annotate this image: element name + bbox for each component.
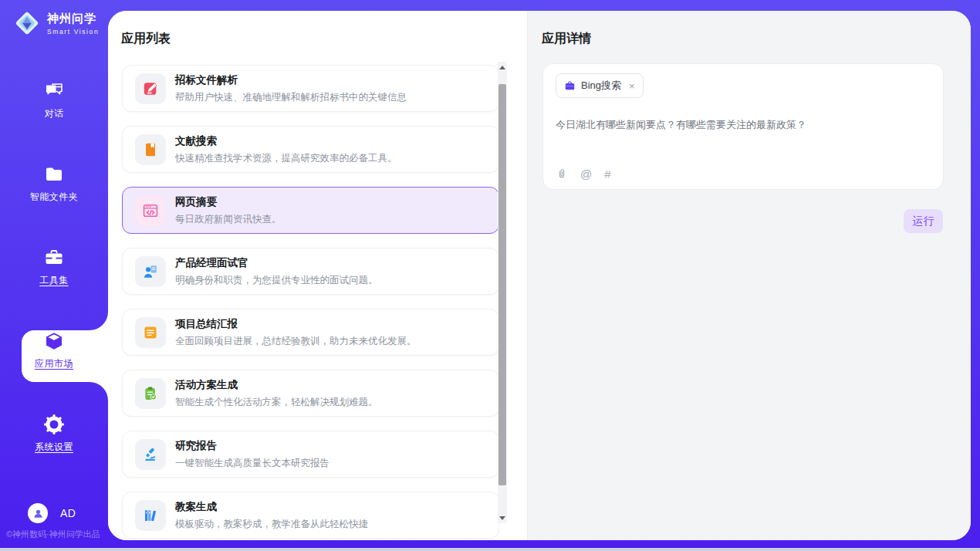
- user-account[interactable]: AD: [28, 503, 76, 523]
- app-card-desc: 明确身份和职责，为您提供专业性的面试问题。: [175, 274, 378, 287]
- app-card[interactable]: 招标文件解析 帮助用户快速、准确地理解和解析招标书中的关键信息: [122, 65, 499, 112]
- mention-icon[interactable]: @: [580, 168, 592, 180]
- scrollbar-down-button[interactable]: [498, 512, 507, 523]
- sidebar-item-label: 应用市场: [35, 357, 73, 370]
- chat-icon: [43, 80, 65, 102]
- app-detail-panel: 应用详情 Bing搜索 × 今日湖北有哪些新闻要点？有哪些需要关注的最新政策？: [527, 11, 971, 540]
- lesson-books-icon: [142, 507, 159, 524]
- user-initials: AD: [60, 507, 76, 519]
- pm-interviewer-icon: [142, 263, 159, 280]
- app-card-desc: 帮助用户快速、准确地理解和解析招标书中的关键信息: [175, 91, 407, 104]
- app-card-title: 文献搜索: [175, 134, 397, 148]
- person-icon: [32, 508, 44, 519]
- sidebar: 神州问学 Smart Vision 对话 智能文件夹: [0, 0, 108, 551]
- query-input[interactable]: 今日湖北有哪些新闻要点？有哪些需要关注的最新政策？: [556, 117, 931, 133]
- app-card-title: 教案生成: [175, 500, 368, 514]
- tender-edit-icon: [142, 80, 159, 97]
- sidebar-item-label: 对话: [45, 107, 64, 120]
- sidebar-item-settings[interactable]: 系统设置: [0, 392, 108, 475]
- app-list-scrollbar[interactable]: [498, 62, 507, 523]
- brand-diamond-icon: [12, 8, 42, 38]
- sidebar-item-chat[interactable]: 对话: [0, 59, 108, 142]
- webpage-code-icon: [142, 202, 159, 219]
- app-detail-title: 应用详情: [542, 31, 591, 47]
- run-button[interactable]: 运行: [904, 209, 943, 233]
- project-memo-icon: [142, 324, 159, 341]
- app-card-title: 项目总结汇报: [175, 317, 417, 331]
- app-card-desc: 每日政府新闻资讯快查。: [175, 213, 282, 226]
- tool-tag-bing-search[interactable]: Bing搜索 ×: [556, 73, 644, 98]
- app-list-title: 应用列表: [121, 31, 171, 47]
- app-card[interactable]: 教案生成 模板驱动，教案秒成，教学准备从此轻松快捷: [122, 492, 499, 539]
- app-card[interactable]: 活动方案生成 智能生成个性化活动方案，轻松解决规划难题。: [122, 370, 499, 417]
- toolbox-icon: [43, 247, 65, 269]
- attach-toolbar: @ #: [556, 167, 611, 180]
- app-card-desc: 全面回顾项目进展，总结经验教训，助力未来优化发展。: [175, 335, 417, 348]
- hash-icon[interactable]: #: [604, 168, 610, 180]
- brand-subtitle: Smart Vision: [47, 28, 99, 35]
- app-card[interactable]: 文献搜索 快速精准查找学术资源，提高研究效率的必备工具。: [122, 126, 499, 173]
- avatar: [28, 503, 48, 523]
- app-card-desc: 智能生成个性化活动方案，轻松解决规划难题。: [175, 396, 378, 409]
- app-card-desc: 快速精准查找学术资源，提高研究效率的必备工具。: [175, 152, 397, 165]
- app-card-list: 招标文件解析 帮助用户快速、准确地理解和解析招标书中的关键信息 文献搜索 快速精…: [122, 65, 499, 540]
- literature-book-icon: [142, 141, 159, 158]
- app-card[interactable]: 网页摘要 每日政府新闻资讯快查。: [122, 187, 499, 234]
- copyright-text: ©神州数码·神州问学出品: [6, 529, 100, 540]
- app-input-card: Bing搜索 × 今日湖北有哪些新闻要点？有哪些需要关注的最新政策？ @ #: [542, 63, 944, 190]
- app-card-title: 招标文件解析: [175, 73, 407, 87]
- app-card-title: 活动方案生成: [175, 378, 378, 392]
- main-panel: 应用列表 招标文件解析 帮助用户快速、准确地理解和解析招标书中的关键信息 文献搜…: [108, 11, 971, 540]
- brand-name: 神州问学: [47, 12, 99, 26]
- sidebar-item-app-market[interactable]: 应用市场: [0, 309, 108, 392]
- app-card-title: 产品经理面试官: [175, 256, 378, 270]
- cube-icon: [43, 330, 65, 352]
- active-tab-bump: [22, 312, 108, 401]
- sidebar-item-label: 智能文件夹: [30, 191, 79, 204]
- app-list-panel: 应用列表 招标文件解析 帮助用户快速、准确地理解和解析招标书中的关键信息 文献搜…: [108, 11, 527, 540]
- app-card[interactable]: 研究报告 一键智能生成高质量长文本研究报告: [122, 431, 499, 478]
- gear-icon: [43, 414, 65, 435]
- app-card-desc: 模板驱动，教案秒成，教学准备从此轻松快捷: [175, 518, 368, 531]
- activity-clipboard-icon: [142, 385, 159, 402]
- scrollbar-up-button[interactable]: [498, 62, 507, 73]
- briefcase-icon: [564, 80, 576, 92]
- paperclip-icon[interactable]: [556, 167, 568, 180]
- tag-close-icon[interactable]: ×: [629, 80, 635, 92]
- sidebar-item-label: 系统设置: [35, 441, 73, 454]
- sidebar-nav: 对话 智能文件夹 工具集: [0, 59, 108, 475]
- sidebar-item-toolkit[interactable]: 工具集: [0, 225, 108, 309]
- app-card[interactable]: 项目总结汇报 全面回顾项目进展，总结经验教训，助力未来优化发展。: [122, 309, 499, 356]
- tool-tag-label: Bing搜索: [581, 79, 621, 93]
- app-card[interactable]: 产品经理面试官 明确身份和职责，为您提供专业性的面试问题。: [122, 248, 499, 295]
- window-bottom-edge: [0, 548, 980, 551]
- app-card-title: 网页摘要: [175, 195, 282, 209]
- sidebar-item-smart-folder[interactable]: 智能文件夹: [0, 142, 108, 225]
- research-microscope-icon: [142, 446, 159, 463]
- app-card-title: 研究报告: [175, 439, 329, 453]
- folder-icon: [43, 164, 65, 185]
- scrollbar-thumb[interactable]: [498, 84, 506, 485]
- app-card-desc: 一键智能生成高质量长文本研究报告: [175, 457, 329, 470]
- sidebar-item-label: 工具集: [39, 274, 69, 287]
- brand-logo: 神州问学 Smart Vision: [12, 8, 99, 38]
